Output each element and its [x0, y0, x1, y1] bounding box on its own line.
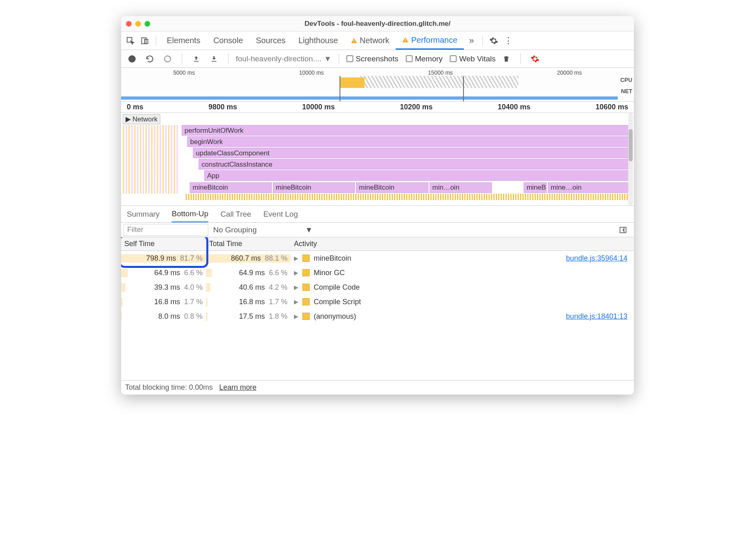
- window-controls: [126, 21, 150, 27]
- cpu-label: CPU: [620, 77, 632, 83]
- network-track-header[interactable]: ▶ Network: [123, 114, 160, 124]
- table-row[interactable]: 8.0 ms0.8 %17.5 ms1.8 %▶(anonymous)bundl…: [121, 309, 634, 324]
- expand-caret-icon[interactable]: ▶: [294, 299, 298, 305]
- ruler-tick: 10000 ms: [302, 103, 335, 111]
- details-subtabs: SummaryBottom-UpCall TreeEvent Log: [121, 206, 634, 223]
- settings-gear-icon[interactable]: [487, 34, 501, 48]
- table-row[interactable]: 16.8 ms1.7 %16.8 ms1.7 %▶Compile Script: [121, 295, 634, 309]
- col-self-time[interactable]: Self Time: [121, 240, 206, 248]
- subtab-event-log[interactable]: Event Log: [263, 206, 298, 222]
- subtab-call-tree[interactable]: Call Tree: [220, 206, 251, 222]
- cell-activity: ▶mineBitcoinbundle.js:35964:14: [291, 254, 634, 263]
- tab-console[interactable]: Console: [207, 31, 249, 50]
- flame-frame[interactable]: constructClassInstance: [199, 159, 630, 169]
- flame-frame[interactable]: updateClassComponent: [193, 148, 630, 158]
- col-activity[interactable]: Activity: [291, 240, 634, 248]
- subtab-bottom-up[interactable]: Bottom-Up: [172, 206, 208, 222]
- call-stack: performUnitOfWorkbeginWorkupdateClassCom…: [182, 125, 630, 182]
- filter-row: Filter No Grouping ▼: [121, 223, 634, 237]
- tab-performance[interactable]: Performance: [396, 31, 464, 50]
- source-link[interactable]: bundle.js:18401:13: [566, 312, 627, 321]
- flame-chart[interactable]: ▶ Network performUnitOfWorkbeginWorkupda…: [121, 113, 634, 206]
- clear-button[interactable]: [161, 52, 174, 66]
- overview-selection[interactable]: [340, 76, 464, 101]
- mine-row: mineBitcoinmineBitcoinmineBitcoinmin…oin…: [190, 182, 630, 193]
- maximize-window-button[interactable]: [145, 21, 150, 27]
- overview-tick: 15000 ms: [428, 69, 453, 76]
- download-icon[interactable]: [207, 52, 221, 66]
- expand-caret-icon[interactable]: ▶: [294, 255, 298, 261]
- tab-lighthouse[interactable]: Lighthouse: [292, 31, 344, 50]
- overview-ruler: 5000 ms10000 ms15000 ms20000 ms: [121, 68, 634, 76]
- activity-name: Minor GC: [314, 269, 345, 277]
- separator: [156, 36, 156, 46]
- flame-ticks: [186, 194, 630, 200]
- table-row[interactable]: 798.9 ms81.7 %860.7 ms88.1 %▶mineBitcoin…: [121, 251, 634, 265]
- checkbox-label: Web Vitals: [459, 54, 495, 63]
- script-swatch-icon: [302, 269, 310, 276]
- activity-name: mineBitcoin: [314, 254, 351, 263]
- dropdown-caret-icon: ▼: [324, 54, 331, 63]
- reload-button[interactable]: [143, 52, 157, 66]
- flame-frame[interactable]: min…oin: [430, 182, 492, 193]
- profile-selector[interactable]: foul-heavenly-direction.... ▼: [236, 54, 331, 63]
- activity-name: (anonymous): [314, 312, 356, 321]
- flame-scrollbar[interactable]: [628, 113, 633, 205]
- inspect-icon[interactable]: [124, 34, 137, 48]
- svg-rect-4: [354, 42, 354, 42]
- separator: [520, 54, 521, 64]
- minimize-window-button[interactable]: [135, 21, 141, 27]
- subtab-summary[interactable]: Summary: [127, 206, 159, 222]
- checkbox-memory[interactable]: Memory: [406, 54, 443, 63]
- ruler-tick: 10200 ms: [400, 103, 433, 111]
- delete-icon[interactable]: [499, 52, 513, 66]
- record-button[interactable]: [125, 52, 139, 66]
- grouping-selector[interactable]: No Grouping ▼: [213, 226, 313, 234]
- flame-frame[interactable]: mineBitcoin: [273, 182, 355, 193]
- expand-caret-icon[interactable]: ▶: [294, 284, 298, 290]
- tab-network[interactable]: Network: [344, 31, 396, 50]
- flame-frame[interactable]: App: [204, 170, 630, 181]
- close-window-button[interactable]: [126, 21, 132, 27]
- checkbox-screenshots[interactable]: Screenshots: [346, 54, 398, 63]
- flame-frame[interactable]: performUnitOfWork: [182, 125, 630, 136]
- table-row[interactable]: 64.9 ms6.6 %64.9 ms6.6 %▶Minor GC: [121, 265, 634, 280]
- tab-elements[interactable]: Elements: [160, 31, 207, 50]
- flame-frame[interactable]: mineBitcoin: [356, 182, 428, 193]
- tab-label: Lighthouse: [298, 36, 338, 45]
- svg-rect-1: [142, 38, 146, 44]
- flame-frame[interactable]: mineBitcoin: [190, 182, 272, 193]
- flame-left-activity: [123, 125, 179, 194]
- filter-input[interactable]: Filter: [124, 224, 208, 236]
- flame-frame[interactable]: mineBitcoin: [524, 182, 547, 193]
- titlebar: DevTools - foul-heavenly-direction.glitc…: [121, 16, 634, 31]
- more-tabs-icon[interactable]: »: [465, 34, 478, 48]
- expand-caret-icon[interactable]: ▶: [294, 313, 298, 320]
- source-link[interactable]: bundle.js:35964:14: [566, 254, 627, 263]
- svg-rect-6: [405, 41, 406, 42]
- tab-sources[interactable]: Sources: [250, 31, 292, 50]
- kebab-menu-icon[interactable]: ⋮: [501, 34, 515, 48]
- flame-frame[interactable]: mine…oin: [548, 182, 630, 193]
- overview-tick: 20000 ms: [557, 69, 582, 76]
- checkbox-icon: [346, 55, 353, 62]
- learn-more-link[interactable]: Learn more: [219, 383, 256, 392]
- col-total-time[interactable]: Total Time: [206, 240, 291, 248]
- zoomed-ruler: 0 ms9800 ms10000 ms10200 ms10400 ms10600…: [121, 102, 634, 113]
- flame-frame[interactable]: beginWork: [187, 136, 630, 147]
- expand-caret-icon[interactable]: ▶: [294, 270, 298, 276]
- timeline-overview[interactable]: 5000 ms10000 ms15000 ms20000 ms CPU NET: [121, 68, 634, 102]
- checkbox-label: Screenshots: [356, 54, 398, 63]
- net-label: NET: [620, 88, 632, 94]
- tab-label: Elements: [167, 36, 200, 45]
- toggle-sidebar-icon[interactable]: [616, 223, 630, 237]
- tab-label: Sources: [256, 36, 285, 45]
- capture-settings-gear-icon[interactable]: [528, 52, 542, 66]
- table-row[interactable]: 39.3 ms4.0 %40.6 ms4.2 %▶Compile Code: [121, 280, 634, 295]
- tab-label: Network: [360, 36, 389, 45]
- checkbox-web-vitals[interactable]: Web Vitals: [450, 54, 495, 63]
- scrollbar-thumb[interactable]: [629, 129, 633, 161]
- cell-self-time: 39.3 ms4.0 %: [121, 283, 206, 292]
- upload-icon[interactable]: [189, 52, 203, 66]
- device-toolbar-icon[interactable]: [138, 34, 152, 48]
